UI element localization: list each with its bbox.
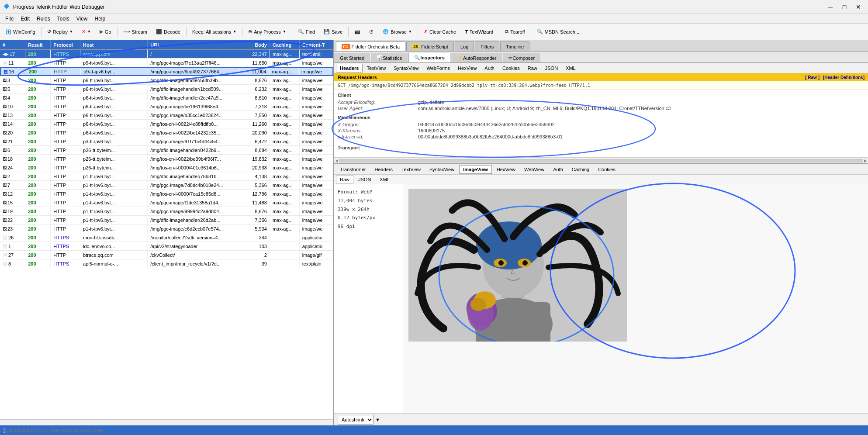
stream-button[interactable]: ⟹ Stream <box>119 25 151 38</box>
raw-link[interactable]: [ Raw ] <box>805 75 820 80</box>
request-scroll-area[interactable]: ◀ ▶ <box>334 157 868 163</box>
resp-sub-raw[interactable]: Raw <box>336 176 353 183</box>
req-tab-hexview[interactable]: HexView <box>454 64 481 72</box>
timer-button[interactable]: ⏱ <box>365 25 378 38</box>
go-button[interactable]: ▶ Go <box>96 25 115 38</box>
winconfig-button[interactable]: ⊞ WinConfig <box>2 25 39 38</box>
tab-inspectors[interactable]: 🔍 Inspectors <box>408 53 450 62</box>
x-button[interactable]: ✕ ▼ <box>78 25 95 38</box>
replay-button[interactable]: ↺ Replay ▼ <box>43 25 77 38</box>
screenshot-button[interactable]: 📷 <box>350 25 364 38</box>
resp-sub-json[interactable]: JSON <box>354 176 375 183</box>
req-tab-webforms[interactable]: WebForms <box>423 64 454 72</box>
tab-get-started[interactable]: Get Started <box>334 53 370 62</box>
tab-timeline[interactable]: Timeline <box>500 41 529 51</box>
table-row[interactable]: 🖼4 200 HTTP p6-tt-ipv6.byt... /img/dfic-… <box>0 93 333 102</box>
table-row[interactable]: 🖼22 200 HTTP p1-tt-ipv6.byt... /img/dfic… <box>0 216 333 224</box>
resp-tab-syntaxview[interactable]: SyntaxView <box>425 165 458 174</box>
decode-button[interactable]: ⬛ Decode <box>152 25 184 38</box>
tab-log[interactable]: Log <box>455 41 474 51</box>
table-row[interactable]: 🖼7 200 HTTP p1-tt-ipv6.byt... /img/pgc-i… <box>0 181 333 190</box>
col-header-url[interactable]: URL <box>148 40 240 49</box>
table-row[interactable]: 🖼23 200 HTTP p1-tt-ipv6.byt... /img/pgc-… <box>0 224 333 233</box>
tearoff-button[interactable]: ⧉ Tearoff <box>501 25 529 38</box>
req-tab-xml[interactable]: XML <box>562 64 580 72</box>
quick-exec-input[interactable] <box>5 428 267 433</box>
col-header-content[interactable]: Content-T <box>300 40 333 49</box>
resp-tab-webview[interactable]: WebView <box>520 165 548 174</box>
table-row[interactable]: 🖼19 200 HTTP p1-tt-ipv6.byt... /img/pgc-… <box>0 207 333 216</box>
browse-button[interactable]: 🌐 Browse ▼ <box>379 25 416 38</box>
resp-tab-hexview[interactable]: HexView <box>493 165 519 174</box>
header-definitions-link[interactable]: [Header Definitions] <box>823 75 865 80</box>
req-tab-headers[interactable]: Headers <box>336 64 363 72</box>
resp-tab-textview[interactable]: TextView <box>398 165 425 174</box>
table-row[interactable]: 📄26 200 HTTPS mon-hl.snssdk... /monitor/… <box>0 233 333 242</box>
table-row[interactable]: 🖼2 200 HTTP p1-tt-ipv6.byt... /img/dfic-… <box>0 172 333 181</box>
req-tab-cookies[interactable]: Cookies <box>498 64 524 72</box>
resp-tab-imageview[interactable]: ImageView <box>459 165 492 174</box>
resp-tab-transformer[interactable]: Transformer <box>336 165 370 174</box>
any-process-button[interactable]: ⊕ Any Process ▼ <box>244 25 290 38</box>
table-row[interactable]: 🖼15 200 HTTP p1-tt-ipv6.byt... /img/pgc-… <box>0 198 333 207</box>
table-row[interactable]: 🖼10 200 HTTP p6-tt-ipv6.byt... /img/pgc-… <box>0 102 333 111</box>
col-header-host[interactable]: Host <box>80 40 148 49</box>
req-tab-syntaxview[interactable]: SyntaxView <box>390 64 422 72</box>
tab-autoresponder[interactable]: ⚡ AutoResponder <box>451 53 502 62</box>
menu-rules[interactable]: Rules <box>33 14 54 24</box>
autoshrink-select[interactable]: Autoshrink <box>338 415 373 425</box>
table-row[interactable]: 📄27 200 HTTP btrace.qq.com /ckvCollect/ … <box>0 251 333 259</box>
close-button[interactable]: ✕ <box>852 3 865 11</box>
table-row[interactable]: 🖼21 200 HTTP p3-tt-ipv6.byt... /img/pgc-… <box>0 137 333 146</box>
menu-edit[interactable]: Edit <box>17 14 33 24</box>
table-row[interactable]: 🖼5 200 HTTP p6-tt-ipv6.byt... /img/dfic-… <box>0 85 333 93</box>
table-row[interactable]: 🖼20 200 HTTP p6-tt-ipv6.byt... /img/tos-… <box>0 128 333 137</box>
horizontal-scrollbar-thumb[interactable] <box>339 159 863 162</box>
resp-sub-xml[interactable]: XML <box>376 176 394 183</box>
req-tab-raw[interactable]: Raw <box>524 64 541 72</box>
col-header-result[interactable]: Result <box>25 40 51 49</box>
table-row[interactable]: 📄8 200 HTTPS api5-normal-c-... /client_i… <box>0 259 333 268</box>
tab-filters[interactable]: Filters <box>475 41 499 51</box>
msdn-search-button[interactable]: 🔍 MSDN Search... <box>533 25 583 38</box>
resp-tab-headers[interactable]: Headers <box>371 165 397 174</box>
table-row[interactable]: 🖼14 200 HTTP p6-tt-ipv6.byt... /img/tos-… <box>0 120 333 128</box>
menu-view[interactable]: View <box>73 14 91 24</box>
table-row[interactable]: 🖼18 200 HTTP p26-tt.byteim... /img/tos-c… <box>0 155 333 163</box>
menu-tools[interactable]: Tools <box>54 14 73 24</box>
table-row[interactable]: 📄 11 200 HTTP p9-tt-ipv6.byt... /img/pgc… <box>0 59 333 67</box>
table-row[interactable]: 🖼24 200 HTTP p26-tt.byteim... /img/tos-c… <box>0 163 333 172</box>
resp-tab-caching[interactable]: Caching <box>568 165 593 174</box>
horizontal-scrollbar[interactable] <box>0 419 333 425</box>
tab-fo-orchestra[interactable]: FO Fiddler Orchestra Beta <box>336 41 405 51</box>
req-tab-auth[interactable]: Auth <box>481 64 498 72</box>
col-header-body[interactable]: Body <box>240 40 270 49</box>
table-row[interactable]: 🖼6 200 HTTP p26-tt.byteim... /img/dfic-i… <box>0 146 333 155</box>
save-button[interactable]: 💾 Save <box>320 25 346 38</box>
cell-host: api5-normal-c-... <box>80 259 148 268</box>
tab-statistics[interactable]: 📊 Statistics <box>371 53 408 62</box>
req-tab-textview[interactable]: TextView <box>363 64 390 72</box>
table-row[interactable]: 🖼 16 200 HTTP p9-tt-ipv6.byt... /img/pgc… <box>0 67 333 76</box>
clear-cache-button[interactable]: ✗ Clear Cache <box>420 25 460 38</box>
table-row[interactable]: 📄1 200 HTTPS ldc.lenovo.co... /api/v2/st… <box>0 242 333 251</box>
col-header-protocol[interactable]: Protocol <box>51 40 80 49</box>
minimize-button[interactable]: ─ <box>824 3 837 11</box>
menu-file[interactable]: File <box>2 14 17 24</box>
col-header-caching[interactable]: Caching <box>270 40 300 49</box>
tab-composer[interactable]: ✏ Composer <box>503 53 540 62</box>
menu-help[interactable]: Help <box>91 14 109 24</box>
keep-button[interactable]: Keep: All sessions ▼ <box>188 25 240 38</box>
textwizard-button[interactable]: T TextWizard <box>461 25 497 38</box>
table-row[interactable]: 🖼3 200 HTTP p6-tt-ipv6.byt... /img/dfic-… <box>0 76 333 85</box>
col-header-num[interactable]: # <box>0 40 25 49</box>
find-button[interactable]: 🔍 Find <box>294 25 319 38</box>
resp-tab-auth[interactable]: Auth <box>549 165 567 174</box>
table-row[interactable]: 🖼12 200 HTTP p1-tt-ipv6.byt... /img/tos-… <box>0 190 333 198</box>
tab-fiddlerscript[interactable]: JS FiddlerScript <box>406 41 454 51</box>
maximize-button[interactable]: □ <box>838 3 851 11</box>
table-row[interactable]: ◀▶ 17 200 HTTPS www.qq.com / 22,347 max-… <box>0 50 333 59</box>
req-tab-json[interactable]: JSON <box>541 64 562 72</box>
table-row[interactable]: 🖼13 200 HTTP p6-tt-ipv6.byt... /img/pgc-… <box>0 111 333 120</box>
resp-tab-cookies[interactable]: Cookies <box>594 165 619 174</box>
